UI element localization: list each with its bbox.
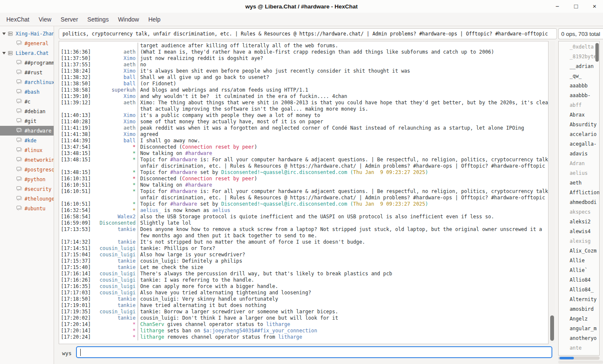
tree-channel--c[interactable]: #c [0,97,54,106]
menu-hexchat[interactable]: HexChat [2,14,34,24]
message-segment: is now known as [161,207,212,213]
userlist-item[interactable]: alexisg [559,236,599,246]
message-input[interactable] [76,346,552,358]
message-text: also the USB Storage protocol is quiote … [138,214,548,220]
tree-channel--git[interactable]: #git [0,116,54,126]
content: Xing-Hai-Zhan#generalLibera.Chat##progra… [0,26,603,364]
userlist-item[interactable]: aleksi2 [559,217,599,227]
userlist-item[interactable]: accelario [559,130,599,139]
menu-help[interactable]: Help [144,14,165,24]
userlist-item[interactable]: acegalla- [559,139,599,149]
tree-channel--rust[interactable]: ##rust [0,68,54,77]
userlist-item[interactable]: _0xdelta [559,42,599,52]
userlist-item[interactable]: Alternity [559,295,599,304]
message-text: cousin_luigi: Don't think I have a large… [138,315,548,321]
tree-channel--general[interactable]: #general [0,38,54,48]
message-segment: Also have you tried alternating tighteni… [140,290,311,296]
maximize-icon[interactable]: □ [572,0,580,13]
tree-channel--bash[interactable]: #bash [0,87,54,97]
tree-channel--archlinux[interactable]: #archlinux [0,77,54,87]
tree-channel--networking[interactable]: #networking [0,155,54,165]
tree-channel--programming[interactable]: ##programming [0,58,54,68]
userlist-item[interactable]: Angelz [559,314,599,324]
message-text: I shall go away now. [138,138,548,144]
expander-icon[interactable] [2,32,6,35]
message-segment: litharge [140,328,164,334]
chat-scrollbar[interactable] [549,41,555,343]
chat-scrollbar-thumb[interactable] [550,315,554,341]
userlist-item[interactable]: _8192byte [559,52,599,62]
userlist-item[interactable]: ahmedbodi [559,198,599,207]
tree-channel--thelounge[interactable]: #thelounge [0,194,54,204]
message-segment: #hardware [170,169,197,175]
chat-line: that actually improving the software isn… [59,106,548,112]
message-text: One can apply more force with a bigger h… [138,283,548,290]
tree-channel--debian[interactable]: #debian [0,106,54,116]
userlist-item[interactable]: Adran [559,159,599,168]
message-segment: tankie: Phillips or Torx? [140,245,215,251]
userlist-item[interactable]: Allie [559,256,599,266]
nick: aeth [96,100,138,106]
topic-bar[interactable]: politics, cryptocurrency talk, unfair di… [59,28,557,39]
tree-server-xing-hai-zhan[interactable]: Xing-Hai-Zhan [0,29,54,38]
userlist-item[interactable]: akspecs [559,207,599,217]
userlist-item[interactable]: Allio84 [559,275,599,285]
message-segment: #hardware [170,188,197,194]
tree-channel--kde[interactable]: #kde [0,136,54,145]
tree-channel--linux[interactable]: #linux [0,145,54,155]
channel-chat-bubble-icon [16,99,22,104]
minimize-icon[interactable]: − [553,0,562,13]
message-text: There's always the percussion drill way,… [138,271,548,277]
userlist-item[interactable]: angular_m [559,324,599,334]
menu-view[interactable]: View [34,14,56,24]
tree-channel--security[interactable]: #security [0,184,54,194]
timestamp: [17:19:35] [59,309,96,315]
message-segment: Now talking on [140,150,185,156]
message-segment: is: For all your computer hardware & adj… [197,157,548,163]
userlist-item[interactable]: Allie` [559,266,599,275]
tree-channel--python[interactable]: #python [0,174,54,184]
tree-server-libera-chat[interactable]: Libera.Chat [0,48,54,58]
userlist-item[interactable]: aaabbb- [559,91,599,101]
tree-channel--hardware[interactable]: #hardware [0,126,54,136]
userlist-item[interactable]: adavis [559,149,599,159]
userlist-item[interactable]: alewis4 [559,227,599,236]
userlist-item[interactable]: Absurdity [559,120,599,130]
own-nick-label[interactable]: wys [62,348,72,359]
userlist-item[interactable]: Abrax [559,110,599,120]
message-text: Now talking on #hardware [138,182,548,188]
userlist-item[interactable]: amosbird [559,304,599,314]
chat-line: [16:10:51]*Topic for #hardware set by Di… [59,201,548,207]
userlist-item[interactable]: Alix_Cozm [559,246,599,256]
userlist-item[interactable]: anotheryo [559,334,599,343]
menu-server[interactable]: Server [56,14,83,24]
userlist-hscrollbar[interactable] [558,356,600,360]
channel-chat-bubble-icon [16,118,22,124]
message-segment: cousin_luigi: Very skinny handle unfortu… [140,296,278,302]
tree-channel--postgresql[interactable]: #postgresql [0,165,54,174]
userlist-hscrollbar-thumb[interactable] [560,357,574,359]
tree-channel--ubuntu[interactable]: #ubuntu [0,204,54,213]
menu-settings[interactable]: Settings [83,14,114,24]
userlist-item[interactable]: _qw_ [559,71,599,81]
expander-icon[interactable] [2,52,6,55]
userlist-item[interactable]: aaabbb [559,81,599,91]
tree-label: #python [24,177,46,182]
userlist-item[interactable]: Affliction [559,188,599,198]
close-icon[interactable]: × [590,0,599,13]
nick: tankie [96,296,138,302]
chat-line: [17:16:14]cousin_luigiThere's always the… [59,271,548,277]
message-segment: ChanServ [140,321,164,327]
userlist-item[interactable]: ante [559,343,599,353]
userlist-item[interactable]: Allio84_ [559,285,599,295]
userlist-item[interactable]: aelius [559,168,599,178]
message-text: Let me check the size [138,264,548,271]
userlist-scrollbar-thumb[interactable] [595,43,599,62]
message-segment: One can apply more force with a bigger h… [140,283,278,289]
userlist-item[interactable]: aeth [559,178,599,188]
userlist-item[interactable]: __adrian [559,62,599,71]
bottom-scrollbar-track[interactable] [558,361,603,364]
menu-window[interactable]: Window [113,14,144,24]
message-text: peak reddit was when it was a forgotten … [138,125,548,131]
userlist-item[interactable]: abff [559,101,599,110]
